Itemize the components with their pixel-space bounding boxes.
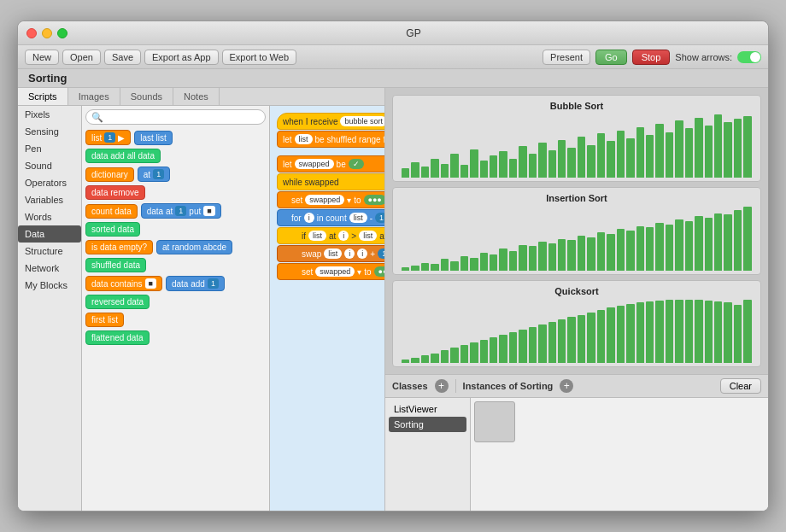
category-pen[interactable]: Pen [18,140,81,157]
block-add[interactable]: data add 1 [166,276,225,291]
block-count[interactable]: count data [85,204,138,219]
page-title: Sorting [28,72,67,85]
set-swapped-to[interactable]: set swapped ▾ to ●● [277,263,384,280]
block-empty[interactable]: is data empty? [85,240,153,254]
category-pixels[interactable]: Pixels [18,106,81,123]
bar [470,258,478,271]
bar [480,253,488,271]
bar [548,243,556,271]
block-remove[interactable]: data remove [85,185,145,200]
block-at[interactable]: at 1 [138,167,170,182]
category-structure[interactable]: Structure [18,243,81,260]
tab-sounds[interactable]: Sounds [120,88,173,105]
export-web-button[interactable]: Export to Web [222,50,297,65]
bar [587,145,595,178]
maximize-button[interactable] [57,28,67,38]
block-dictionary[interactable]: dictionary [85,167,134,182]
block-row-6: sorted data [85,222,266,237]
bottom-panel: Classes + Instances of Sorting + Clear L… [385,374,768,511]
export-app-button[interactable]: Export as App [144,50,219,65]
open-button[interactable]: Open [62,50,101,65]
for-i-in-count[interactable]: for i in count list - 1 [277,209,384,226]
bar [499,335,507,363]
bar [587,313,595,363]
category-variables[interactable]: Variables [18,191,81,208]
window-title: GP [67,27,760,39]
script-canvas: when I receive bubble sort let list be s… [277,113,384,511]
bubble-sort-title: Bubble Sort [400,101,754,111]
bar [655,223,663,271]
block-contains[interactable]: data contains ■ [85,276,162,291]
clear-button[interactable]: Clear [720,378,761,394]
block-random[interactable]: at random abcde [156,240,232,254]
category-data[interactable]: Data [18,225,81,243]
let-swapped-be[interactable]: let swapped be ✓ [277,155,384,172]
header-separator [455,379,456,393]
swap-list[interactable]: swap list i i + 1 my viewer 1 [277,245,384,262]
bar [743,207,751,270]
class-listviewer[interactable]: ListViewer [389,401,466,417]
insertion-sort-title: Insertion Sort [400,193,754,203]
bar [743,116,751,178]
bar [675,219,683,270]
if-list-at-i[interactable]: if list at i > list at i + 1 [277,227,384,244]
bar [705,126,713,178]
block-add-all[interactable]: data add all data [85,149,161,163]
stop-button[interactable]: Stop [632,50,671,65]
bar [509,251,517,270]
bar [490,337,497,363]
bar [538,143,546,178]
bar [460,256,468,270]
block-last[interactable]: last list [134,131,173,145]
class-sorting[interactable]: Sorting [389,417,466,432]
category-network[interactable]: Network [18,260,81,277]
blocks-palette: list 1 ▶ last list data add all data dic… [82,106,270,511]
set-swapped-false[interactable]: set swapped ▾ to ●●● [277,191,384,208]
block-reversed[interactable]: reversed data [85,295,150,309]
bar [411,358,419,363]
save-button[interactable]: Save [104,50,141,65]
add-class-button[interactable]: + [435,379,449,393]
while-swapped[interactable]: while swapped [277,173,384,190]
tab-scripts[interactable]: Scripts [18,88,68,105]
bar [695,118,702,178]
bar [617,131,625,178]
add-instance-button[interactable]: + [560,379,573,393]
category-sensing[interactable]: Sensing [18,123,81,140]
block-at-put[interactable]: data at 1 put ■ [141,203,221,219]
bar [441,259,449,270]
bar [685,128,693,178]
let-list-shuffled[interactable]: let list be shuffled range from 1 to my … [277,131,384,148]
go-button[interactable]: Go [595,50,627,65]
scripts-area[interactable]: when I receive bubble sort let list be s… [270,106,384,511]
minimize-button[interactable] [42,28,52,38]
bar [607,141,614,178]
block-shuffled[interactable]: shuffled data [85,258,146,272]
block-flattened[interactable]: flattened data [85,330,150,345]
instance-box-1[interactable] [474,401,515,442]
tab-images[interactable]: Images [68,88,120,105]
new-button[interactable]: New [25,50,59,65]
chart-insertion-sort: Insertion Sort [392,187,761,274]
search-input[interactable] [85,109,266,125]
block-sorted[interactable]: sorted data [85,222,140,237]
show-arrows-toggle[interactable] [737,51,761,63]
category-operators[interactable]: Operators [18,174,81,191]
close-button[interactable] [26,28,37,38]
bar [655,301,663,363]
when-receive-bubble-sort[interactable]: when I receive bubble sort [277,113,384,130]
bar [724,122,731,178]
category-myblocks[interactable]: My Blocks [18,277,81,294]
bar [567,148,575,178]
block-first[interactable]: first list [85,313,124,327]
present-button[interactable]: Present [543,50,590,65]
tab-notes[interactable]: Notes [173,88,220,105]
titlebar: GP [18,21,768,45]
block-row-11: first list [85,313,266,327]
category-words[interactable]: Words [18,208,81,225]
instances-area [471,398,768,511]
category-sound[interactable]: Sound [18,157,81,174]
block-list[interactable]: list 1 ▶ [85,130,131,145]
bar [734,305,742,363]
bar [578,137,585,178]
